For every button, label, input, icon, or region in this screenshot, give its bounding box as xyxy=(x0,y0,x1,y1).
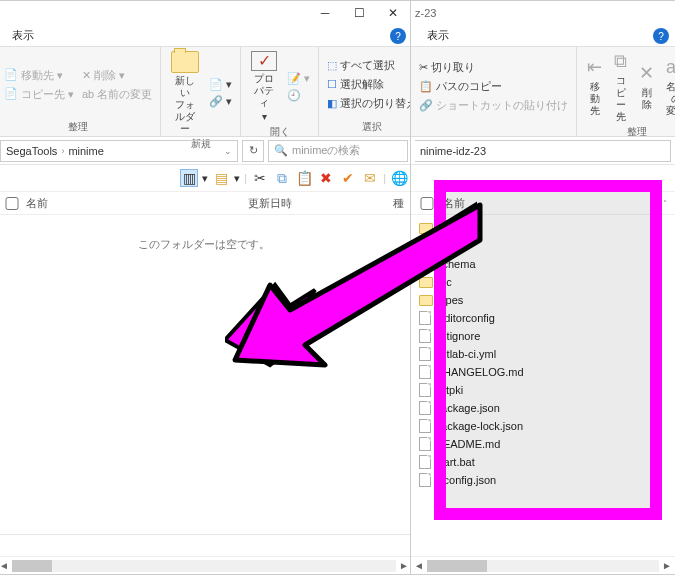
help-icon[interactable]: ? xyxy=(653,28,669,44)
minimize-button[interactable]: ─ xyxy=(308,2,342,24)
chevron-down-icon[interactable]: ⌄ xyxy=(224,146,232,156)
selectall-icon: ⬚ xyxy=(327,59,337,72)
history-button[interactable]: 🕘 xyxy=(285,88,312,103)
scroll-left-arrow[interactable]: ◄ xyxy=(0,558,12,574)
titlebar-right: z-23 xyxy=(411,1,675,25)
list-item[interactable]: initpki xyxy=(419,381,675,399)
list-item[interactable]: .gitlab-ci.yml xyxy=(419,345,675,363)
globe-icon[interactable]: 🌐 xyxy=(390,169,408,187)
horizontal-scrollbar-r[interactable]: ◄ ► xyxy=(411,556,675,574)
scroll-left-arrow[interactable]: ◄ xyxy=(411,558,427,574)
address-bar-row: SegaTools › minime ⌄ ↻ 🔍 minimeの検索 xyxy=(0,137,412,165)
select-all-checkbox-r[interactable] xyxy=(419,197,435,210)
select-all-button[interactable]: ⬚ すべて選択 xyxy=(325,57,419,74)
view-large-icon[interactable]: ▥ xyxy=(180,169,198,187)
file-list: .vscodepkischemasrctypes.editorconfig.gi… xyxy=(411,215,675,489)
cut-icon[interactable]: ✂ xyxy=(251,169,269,187)
easy-access-button[interactable]: 🔗 ▾ xyxy=(207,94,234,109)
col-name[interactable]: 名前 xyxy=(26,196,48,211)
breadcrumb-r[interactable]: ninime-idz-23 xyxy=(415,140,671,162)
ribbon-tabs: 表示 ? xyxy=(0,25,412,47)
list-item[interactable]: tsconfig.json xyxy=(419,471,675,489)
move-to-button-r[interactable]: ⇤移動先 xyxy=(583,55,606,119)
breadcrumb-part[interactable]: SegaTools xyxy=(6,145,57,157)
rename-icon: ab xyxy=(82,88,94,100)
close-button[interactable]: ✕ xyxy=(376,2,410,24)
list-item[interactable]: CHANGELOG.md xyxy=(419,363,675,381)
new-item-button[interactable]: 📄 ▾ xyxy=(207,77,234,92)
search-input[interactable]: 🔍 minimeの検索 xyxy=(268,140,408,162)
list-item[interactable]: .vscode xyxy=(419,219,675,237)
list-item[interactable]: start.bat xyxy=(419,453,675,471)
move-to-button[interactable]: 📄移動先 ▾ xyxy=(2,67,76,84)
list-item[interactable]: pki xyxy=(419,237,675,255)
select-invert-button[interactable]: ◧ 選択の切り替え xyxy=(325,95,419,112)
breadcrumb-part[interactable]: minime xyxy=(68,145,103,157)
list-item[interactable]: README.md xyxy=(419,435,675,453)
move-icon: ⇤ xyxy=(587,57,602,79)
list-item[interactable]: package-lock.json xyxy=(419,417,675,435)
file-icon xyxy=(419,401,431,415)
file-icon xyxy=(419,473,431,487)
copy-path-button[interactable]: 📋 パスのコピー xyxy=(417,78,570,95)
delete-icon: ✕ xyxy=(82,69,91,82)
paste-shortcut-button[interactable]: 🔗 ショートカットの貼り付け xyxy=(417,97,570,114)
file-icon xyxy=(419,437,431,451)
list-item[interactable]: package.json xyxy=(419,399,675,417)
breadcrumb-tail[interactable]: ninime-idz-23 xyxy=(420,145,486,157)
group-label-organize-r: 整理 xyxy=(583,125,675,141)
tab-view[interactable]: 表示 xyxy=(2,25,44,46)
path-icon: 📋 xyxy=(419,80,433,93)
list-item[interactable]: src xyxy=(419,273,675,291)
scroll-track[interactable] xyxy=(427,560,659,572)
list-item[interactable]: schema xyxy=(419,255,675,273)
file-name: CHANGELOG.md xyxy=(435,366,524,378)
edit-button[interactable]: 📝 ▾ xyxy=(285,71,312,86)
breadcrumb[interactable]: SegaTools › minime ⌄ xyxy=(0,140,238,162)
file-name: README.md xyxy=(435,438,500,450)
file-icon xyxy=(419,455,431,469)
file-icon xyxy=(419,419,431,433)
new-folder-button[interactable]: 新しい フォルダー xyxy=(167,49,203,137)
delete-x-icon[interactable]: ✖ xyxy=(317,169,335,187)
list-item[interactable]: types xyxy=(419,291,675,309)
col-name-r[interactable]: 名前 xyxy=(443,196,465,211)
select-none-button[interactable]: ☐ 選択解除 xyxy=(325,76,419,93)
delete-button-r[interactable]: ✕削除 xyxy=(635,61,658,113)
maximize-button[interactable]: ☐ xyxy=(342,2,376,24)
horizontal-scrollbar[interactable]: ◄ ► xyxy=(0,556,412,574)
select-all-checkbox[interactable] xyxy=(4,197,20,210)
check-icon: ✓ xyxy=(251,51,277,71)
paste-icon[interactable]: 📋 xyxy=(295,169,313,187)
list-item[interactable]: .editorconfig xyxy=(419,309,675,327)
check-icon[interactable]: ✔ xyxy=(339,169,357,187)
list-header: 名前 更新日時 種 xyxy=(0,191,412,215)
scroll-right-arrow[interactable]: ► xyxy=(659,558,675,574)
help-icon[interactable]: ? xyxy=(390,28,406,44)
list-item[interactable]: .gitignore xyxy=(419,327,675,345)
copy-icon: 📄 xyxy=(4,87,18,101)
copy-icon[interactable]: ⧉ xyxy=(273,169,291,187)
file-icon xyxy=(419,347,431,361)
delete-button[interactable]: ✕ 削除 ▾ xyxy=(80,67,154,84)
tab-view-right[interactable]: 表示 xyxy=(417,25,459,46)
refresh-button[interactable]: ↻ xyxy=(242,140,264,162)
scroll-track[interactable] xyxy=(12,560,396,572)
copy-to-button[interactable]: 📄コピー先 ▾ xyxy=(2,86,76,103)
col-type[interactable]: 種 xyxy=(393,196,404,211)
rename-button[interactable]: ab 名前の変更 xyxy=(80,86,154,103)
copy-to-button-r[interactable]: ⧉コピー先 xyxy=(610,49,631,125)
rename-button-r[interactable]: ab名前の 変更 xyxy=(662,55,675,119)
scroll-thumb[interactable] xyxy=(12,560,52,572)
sort-asc-icon[interactable]: ˄ xyxy=(663,199,667,208)
file-icon xyxy=(419,365,431,379)
file-icon xyxy=(419,311,431,325)
cut-button[interactable]: ✂ 切り取り xyxy=(417,59,570,76)
col-updated[interactable]: 更新日時 xyxy=(248,196,292,211)
mail-icon[interactable]: ✉ xyxy=(361,169,379,187)
view-details-icon[interactable]: ▤ xyxy=(212,169,230,187)
properties-button[interactable]: ✓プロパティ ▾ xyxy=(247,49,281,125)
file-name: types xyxy=(437,294,463,306)
copy-icon: ⧉ xyxy=(614,51,627,73)
scroll-thumb[interactable] xyxy=(427,560,487,572)
